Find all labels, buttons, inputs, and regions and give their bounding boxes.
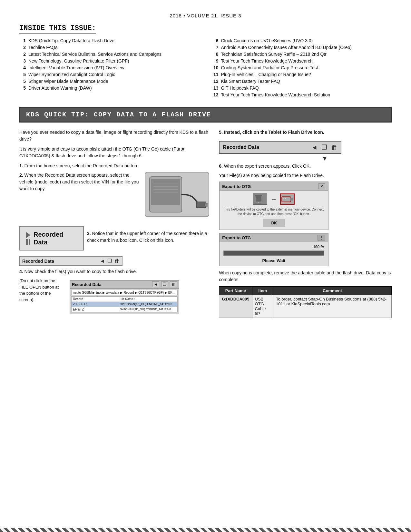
- parts-table-header-item: Item: [252, 287, 273, 295]
- part-name-cell: G1XDDCA005: [219, 295, 252, 318]
- rd-path-bar: nauto GGSM ▶ (not ▶ wwwdata ▶ Record ▶ Q…: [71, 290, 178, 295]
- export-icons-row: →: [222, 193, 325, 205]
- rdt-share-icon[interactable]: ◄: [311, 144, 318, 151]
- complete-message: When copying is complete, remove the ada…: [219, 270, 392, 283]
- list-item: 2 Techline FAQs: [19, 45, 199, 50]
- list-item: 7 Android Auto Connectivity Issues After…: [212, 45, 392, 50]
- svg-rect-13: [283, 198, 284, 199]
- toc-left: 1 KDS Quick Tip: Copy Data to a Flash Dr…: [19, 38, 199, 99]
- progress-title: Export to OTG: [222, 235, 318, 240]
- trash-icon: 🗑: [114, 258, 120, 264]
- step6-text: 6. When the export screen appears, Click…: [219, 163, 392, 170]
- inside-issue-section: INSIDE THIS ISSUE: 1 KDS Quick Tip: Copy…: [19, 24, 392, 99]
- rdt-trash-icon[interactable]: 🗑: [331, 144, 338, 151]
- svg-rect-9: [256, 196, 261, 202]
- comment-cell: To order, contact Snap-On Business Solut…: [273, 295, 391, 318]
- list-item[interactable]: EF ETZ G41ONAN(1E_OH).ENGINE_141129-0: [72, 307, 177, 312]
- export-title: Export to OTG: [222, 184, 316, 189]
- recorded-data-toolbar-container: Recorded Data ◄ ❐ 🗑 ▼: [219, 138, 341, 156]
- list-item: 6 Clock Concerns on UVO eServices (UVO 3…: [212, 38, 392, 43]
- list-item: 5 Stinger Wiper Blade Maintenance Mode: [19, 79, 199, 84]
- progress-bar-fill: [224, 251, 324, 255]
- list-item: 13 Test Your Tech Times Knowledge Wordse…: [212, 92, 392, 97]
- list-item: 10 Cooling System and Radiator Cap Press…: [212, 65, 392, 70]
- list-item: 2 Latest Technical Service Bulletins, Se…: [19, 52, 199, 57]
- parts-table-header-partname: Part Name: [219, 287, 252, 295]
- list-item: 8 Technician Satisfaction Survey Raffle …: [212, 52, 392, 57]
- usb-drive-icon: [280, 193, 295, 205]
- list-item: 5 Wiper Synchronized Autolight Control L…: [19, 72, 199, 77]
- recorded-data-toolbar: Recorded Data ◄ ❐ 🗑: [219, 141, 341, 154]
- rd-file-list: Record File Name : ✓ EF ETZ OPTIONAN(1E_…: [71, 296, 178, 312]
- list-item: 4 Intelligent Variable Transmission (IVT…: [19, 65, 199, 70]
- step4-text: 4. Now check the file(s) you want to cop…: [19, 268, 209, 275]
- svg-rect-12: [290, 198, 293, 201]
- svg-point-10: [258, 202, 259, 202]
- intro-line1: Have you ever needed to copy a data file…: [19, 129, 209, 143]
- volume-info: 2018 • VOLUME 21, ISSUE 3: [19, 13, 392, 18]
- list-item: 11 Plug-In Vehicles – Charging or Range …: [212, 72, 392, 77]
- item-cell: USB OTGCable 5P: [252, 295, 273, 318]
- folder-icon: ❐: [107, 258, 112, 264]
- tablet-image: [145, 172, 209, 217]
- toolbar-recorded-data-label: Recorded Data: [22, 259, 97, 264]
- export-ok-button[interactable]: OK: [263, 219, 285, 227]
- step2-container: 2. When the Recorded Data screen appears…: [19, 172, 209, 220]
- export-otg-screen: Export to OTG ✕ →: [219, 182, 328, 230]
- recorded-data-label: RecordedData: [34, 231, 63, 246]
- list-item: Record File Name :: [72, 297, 177, 302]
- share-icon: ◄: [100, 258, 105, 264]
- play-icon: [26, 232, 30, 238]
- left-column: Have you ever needed to copy a data file…: [19, 129, 209, 318]
- list-item: 3 New Technology: Gasoline Particulate F…: [19, 58, 199, 64]
- step3-text: 3. Notice that in the upper left corner …: [87, 230, 209, 244]
- inside-issue-title: INSIDE THIS ISSUE:: [19, 24, 96, 34]
- export-arrow-icon: →: [270, 195, 277, 203]
- list-item: 13 GIT Helpdesk FAQ: [212, 85, 392, 91]
- table-row: G1XDDCA005 USB OTGCable 5P To order, con…: [219, 295, 392, 318]
- rd-screen-title: Recorded Data: [72, 282, 150, 287]
- rdt-label: Recorded Data: [223, 144, 307, 150]
- progress-menu-icon[interactable]: ⋮: [318, 235, 325, 241]
- intro-line2: It is very simple and easy to accomplish…: [19, 146, 209, 159]
- rdt-folder-icon[interactable]: ❐: [321, 143, 327, 151]
- toc-right: 6 Clock Concerns on UVO eServices (UVO 3…: [212, 38, 392, 99]
- recorded-data-screen: Recorded Data ◄ ❐ 🗑 nauto GGSM ▶ (not ▶ …: [70, 280, 179, 314]
- copy-msg: Your File(s) are now being copied to the…: [219, 172, 392, 179]
- section-banner: KDS QUICK TIP: COPY DATA TO A FLASH DRIV…: [19, 107, 392, 123]
- list-item: 5 Driver Attention Warning (DAW): [19, 85, 199, 91]
- tablet-icon: [253, 193, 267, 205]
- arrow-down-indicator: ▼: [321, 155, 328, 162]
- bottom-strip: [0, 528, 411, 532]
- progress-percent: 100 %: [223, 245, 324, 249]
- list-item: 9 Test Your Tech Times Knowledge Wordsea…: [212, 58, 392, 64]
- rd-folder-btn[interactable]: ❐: [161, 281, 168, 287]
- export-message: This file/folders will be copied to the …: [222, 207, 325, 216]
- parts-table: Part Name Item Comment G1XDDCA005 USB OT…: [219, 286, 392, 318]
- step4-note: (Do not click on the FILE OPEN button at…: [19, 278, 64, 303]
- list-item: 12 Kia Smart Battery Tester FAQ: [212, 79, 392, 84]
- right-column: 5. Instead, click on the Tablet to Flash…: [219, 129, 392, 318]
- list-item: 1 KDS Quick Tip: Copy Data to a Flash Dr…: [19, 38, 199, 43]
- please-wait-label: Please Wait: [223, 258, 324, 263]
- step5-text: 5. Instead, click on the Tablet to Flash…: [219, 129, 392, 136]
- step1-text: 1. From the home screen, select the Reco…: [19, 163, 209, 169]
- progress-bar: [223, 251, 324, 256]
- rd-trash-btn[interactable]: 🗑: [170, 281, 177, 287]
- parts-table-header-comment: Comment: [273, 287, 391, 295]
- svg-rect-3: [205, 203, 208, 206]
- recorded-data-button[interactable]: RecordedData: [19, 226, 84, 251]
- svg-rect-14: [285, 198, 286, 199]
- rd-share-btn[interactable]: ◄: [152, 281, 159, 287]
- export-progress-screen: Export to OTG ⋮ 100 % Please Wait: [219, 233, 328, 266]
- list-item[interactable]: ✓ EF ETZ OPTIONAN(1E_OH).ENGINE_141129-0: [72, 302, 177, 307]
- export-close-btn[interactable]: ✕: [318, 183, 325, 189]
- toolbar-bar-step3: Recorded Data ◄ ❐ 🗑: [19, 256, 122, 266]
